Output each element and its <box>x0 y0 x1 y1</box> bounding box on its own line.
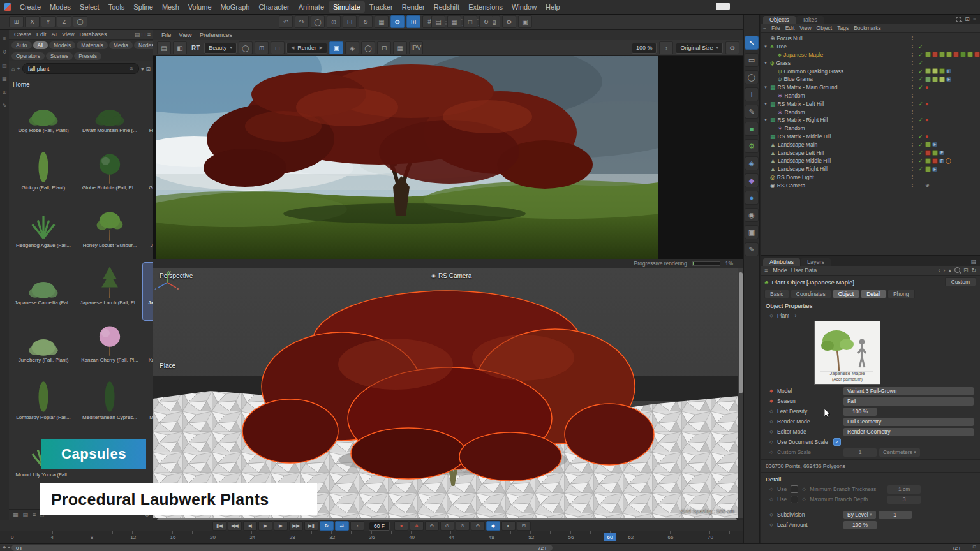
asset-item-japanese-larch-fall-pl[interactable]: Japanese Larch (Fall, Pl... <box>77 263 143 320</box>
enable-check-icon[interactable]: ✓ <box>916 117 925 123</box>
histogram-icon[interactable]: ▦ <box>393 41 407 54</box>
material-swatch[interactable] <box>953 52 959 57</box>
filter-tab-models[interactable]: Models <box>49 41 75 49</box>
material-swatch[interactable] <box>932 52 938 57</box>
menu-modes[interactable]: Modes <box>45 1 75 13</box>
thumb-view-icon[interactable]: ▦ <box>13 511 19 518</box>
model-dropdown[interactable]: Variant 3 Full-Grown <box>843 387 974 395</box>
visibility-dots[interactable]: ●● <box>909 93 916 98</box>
display-icon[interactable]: ▣ <box>745 225 759 239</box>
anim-dot-icon[interactable]: ◇ <box>768 429 775 434</box>
visibility-dots[interactable]: ●● <box>909 126 916 131</box>
tab-attributes[interactable]: Attributes <box>763 258 800 266</box>
expand-toggle[interactable]: ▾ <box>763 44 768 49</box>
om-menu-bookmarks[interactable]: Bookmarks <box>851 25 884 31</box>
am-menu-databases[interactable]: Databases <box>77 31 109 38</box>
expand-toggle[interactable]: ▾ <box>763 117 768 122</box>
detail-view-icon[interactable]: ≡ <box>33 511 36 518</box>
material-swatch[interactable] <box>932 158 938 164</box>
perspective-viewport[interactable]: Perspective ◉RS Camera Place y x z Grid … <box>153 268 743 518</box>
enable-check-icon[interactable]: ✓ <box>916 133 925 140</box>
field-badge[interactable]: F <box>939 151 944 155</box>
viewport-vertical-scrollbar[interactable] <box>739 272 743 393</box>
material-swatch[interactable] <box>960 52 966 57</box>
material-swatch[interactable] <box>925 166 931 172</box>
key-position-button[interactable]: ⊙ <box>425 521 439 531</box>
sync-icon[interactable]: ↻ <box>479 15 493 28</box>
lock-icon[interactable]: ⊡ <box>963 267 969 274</box>
use-max-branch-checkbox[interactable] <box>791 496 798 503</box>
visibility-dots[interactable]: ●● <box>909 36 916 41</box>
object-row-focus-null[interactable]: ⊕Focus Null●● <box>761 34 980 43</box>
expand-toggle[interactable]: ▾ <box>763 101 768 107</box>
om-burger-icon[interactable]: ≡ <box>763 25 766 31</box>
pass-dropdown[interactable]: Beauty▾ <box>204 43 237 54</box>
forward-icon[interactable]: › <box>943 267 945 274</box>
anim-dot-icon[interactable]: ◇ <box>768 522 775 527</box>
layers-strip-icon[interactable]: ▤ <box>2 62 7 68</box>
search-input[interactable]: fall plant ⊗ <box>22 63 139 74</box>
rt-toggle[interactable]: RT <box>189 45 202 52</box>
material-swatch[interactable] <box>946 52 952 57</box>
asset-item-golden-weeping-willo[interactable]: Golden Weeping Willo... <box>143 148 153 205</box>
object-row-rs-matrix-main-ground[interactable]: ▾▦RS Matrix - Main Ground●●✓● <box>761 84 980 92</box>
render-setting-dropdown[interactable]: ◀Render▶ <box>286 43 327 54</box>
asset-item-jacaranda-fall-plant[interactable]: Jacaranda (Fall, Plant) <box>143 205 153 263</box>
use-document-scale-checkbox[interactable]: ✓ <box>833 438 841 446</box>
redshift-tag-icon[interactable]: ● <box>925 133 928 140</box>
redshift-tag-icon[interactable]: ● <box>925 101 928 107</box>
menu-extensions[interactable]: Extensions <box>464 1 507 13</box>
filter-tab-auto[interactable]: Auto <box>11 41 32 49</box>
enable-check-icon[interactable]: ✓ <box>916 84 925 91</box>
object-row-landscape-main[interactable]: ▲Landscape Main●●✓F <box>761 140 980 149</box>
axis-x-button[interactable]: X <box>25 16 40 27</box>
keyframe-selection-button[interactable]: ◆ <box>486 521 500 531</box>
rv-menu-file[interactable]: File <box>158 31 174 38</box>
field-icon[interactable]: ◈ <box>745 156 759 170</box>
enable-check-icon[interactable]: ✓ <box>916 150 925 156</box>
expand-toggle[interactable]: ▾ <box>763 61 768 66</box>
undo-icon[interactable]: ↶ <box>279 15 293 28</box>
om-menu-icon[interactable]: ≡ <box>973 16 976 22</box>
selection-ring-tag[interactable] <box>946 158 951 164</box>
asset-item-juneberry-fall-plant[interactable]: Juneberry (Fall, Plant) <box>10 320 77 378</box>
enable-check-icon[interactable]: ✓ <box>916 43 925 50</box>
leaf-density-field[interactable]: 100 % <box>843 408 877 416</box>
asset-item-lombardy-poplar-fall[interactable]: Lombardy Poplar (Fall... <box>10 378 77 435</box>
attr-tab-detail[interactable]: Detail <box>861 290 886 298</box>
menu-help[interactable]: Help <box>541 1 565 13</box>
snap-strip-icon[interactable]: ⊞ <box>3 89 7 95</box>
render-gear-icon[interactable]: ⚙ <box>725 41 739 54</box>
timeline-ruler[interactable]: 04812162024283236404448525662667060 <box>0 531 743 544</box>
up-icon[interactable]: ▴ <box>948 267 951 274</box>
menu-window[interactable]: Window <box>507 1 541 13</box>
anim-dot-icon[interactable]: ◇ <box>768 313 775 318</box>
anim-dot-icon[interactable]: ◆ <box>768 388 775 393</box>
volume-cube-icon[interactable]: ■ <box>745 122 759 136</box>
category-tab-operators[interactable]: Operators <box>11 52 45 60</box>
enable-check-icon[interactable]: ✓ <box>916 158 925 164</box>
custom-scale-field[interactable]: 1 <box>843 448 877 457</box>
visibility-dots[interactable]: ●● <box>909 61 916 66</box>
visibility-dots[interactable]: ●● <box>909 44 916 49</box>
fit-to-view-icon[interactable]: ↕ <box>659 41 673 54</box>
axis-gizmo-icon[interactable]: y x z <box>153 268 181 297</box>
om-menu-tags[interactable]: Tags <box>835 25 851 31</box>
compare-icon[interactable]: ◧ <box>173 41 187 54</box>
layout-switcher[interactable] <box>716 3 730 10</box>
max-branch-field[interactable]: 3 <box>887 496 921 504</box>
tab-takes[interactable]: Takes <box>796 16 824 24</box>
goto-end-button[interactable]: ▶▮ <box>304 521 318 531</box>
axis-y-button[interactable]: Y <box>41 16 56 27</box>
material-swatch[interactable] <box>925 77 931 82</box>
render-settings-icon[interactable]: ⚙ <box>502 15 516 28</box>
next-frame-button[interactable]: ▶ <box>274 521 288 531</box>
asset-item-honey-locust-sunbur[interactable]: Honey Locust 'Sunbur... <box>77 205 143 263</box>
filter-tab-all[interactable]: All <box>33 41 48 49</box>
leaf-amount-field[interactable]: 100 % <box>843 521 877 529</box>
asset-item-hedgehog-agave-fall[interactable]: Hedgehog Agave (Fall... <box>10 205 77 263</box>
ap-dock-icon[interactable]: ▤ <box>970 258 976 265</box>
om-menu-file[interactable]: File <box>769 25 783 31</box>
material-swatch[interactable] <box>925 150 931 156</box>
redo-icon[interactable]: ↷ <box>295 15 309 28</box>
